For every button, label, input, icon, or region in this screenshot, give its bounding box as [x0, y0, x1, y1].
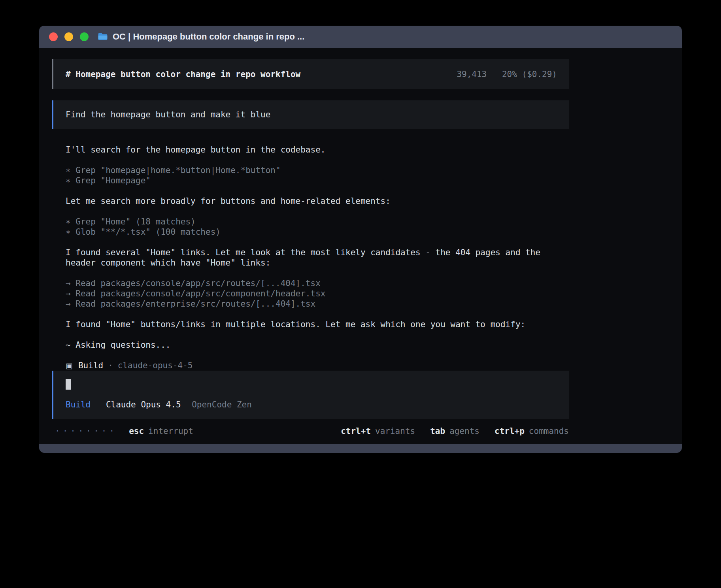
window-controls: [49, 32, 89, 41]
close-button[interactable]: [49, 32, 58, 41]
assistant-text-broaden: Let me search more broadly for buttons a…: [52, 196, 569, 206]
model-name: claude-opus-4-5: [118, 360, 193, 371]
tool-call-glob-1: ∗ Glob "**/*.tsx" (100 matches): [52, 227, 569, 237]
token-count: 39,413: [457, 70, 487, 79]
agent-status-icon: ▣: [66, 360, 73, 371]
zoom-button[interactable]: [80, 32, 89, 41]
shortcut-label-agents: agents: [449, 426, 479, 436]
window-titlebar[interactable]: OC | Homepage button color change in rep…: [39, 26, 682, 48]
user-message-text: Find the homepage button and make it blu…: [66, 110, 270, 119]
minimize-button[interactable]: [64, 32, 73, 41]
status-bar-left: ········ esc interrupt: [52, 426, 193, 436]
input-model-label: Claude Opus 4.5: [106, 400, 181, 409]
agent-status-line: ▣ Build · claude-opus-4-5: [52, 360, 569, 371]
window-title: OC | Homepage button color change in rep…: [113, 32, 304, 42]
terminal-window: OC | Homepage button color change in rep…: [39, 26, 682, 453]
assistant-text-intro: I'll search for the homepage button in t…: [52, 145, 569, 155]
tool-call-read-2: → Read packages/console/app/src/componen…: [52, 288, 569, 299]
esc-action-label: interrupt: [148, 426, 193, 436]
shortcut-label-commands: commands: [529, 426, 569, 436]
input-line[interactable]: [66, 379, 557, 390]
agent-name: Build: [78, 360, 103, 371]
agent-mode-label: Build: [66, 400, 91, 409]
session-header: # Homepage button color change in repo w…: [52, 59, 569, 89]
input-meta-row: Build Claude Opus 4.5 OpenCode Zen: [66, 400, 557, 410]
separator-dot-icon: ·: [108, 360, 113, 371]
terminal-body: # Homepage button color change in repo w…: [39, 48, 682, 444]
spinner-dots-icon: ········: [55, 426, 117, 436]
context-usage: 20% ($0.29): [502, 70, 557, 79]
tool-call-grep-3: ∗ Grep "Home" (18 matches): [52, 217, 569, 227]
user-message: Find the homepage button and make it blu…: [52, 100, 569, 129]
prompt-input[interactable]: Build Claude Opus 4.5 OpenCode Zen: [52, 371, 569, 419]
status-bar: ········ esc interrupt ctrl+tvariants ta…: [52, 426, 569, 436]
status-bar-right: ctrl+tvariants tabagents ctrl+pcommands: [341, 426, 569, 436]
text-cursor: [66, 379, 71, 390]
shortcut-variants: ctrl+tvariants: [341, 426, 415, 436]
bottom-area: Build Claude Opus 4.5 OpenCode Zen ·····…: [52, 371, 569, 436]
assistant-text-found: I found "Home" buttons/links in multiple…: [52, 319, 569, 330]
shortcut-key-commands: ctrl+p: [495, 426, 525, 436]
tool-call-read-3: → Read packages/enterprise/src/routes/[.…: [52, 299, 569, 309]
shortcut-key-agents: tab: [430, 426, 445, 436]
shortcut-agents: tabagents: [430, 426, 479, 436]
session-title: # Homepage button color change in repo w…: [66, 69, 300, 79]
tool-call-grep-1: ∗ Grep "homepage|home.*button|Home.*butt…: [52, 165, 569, 175]
esc-key-hint: esc: [129, 426, 144, 436]
folder-icon[interactable]: [98, 32, 108, 41]
shortcut-commands: ctrl+pcommands: [495, 426, 569, 436]
input-provider-label: OpenCode Zen: [192, 400, 252, 409]
desktop-background: OC | Homepage button color change in rep…: [0, 0, 721, 588]
assistant-text-asking: ~ Asking questions...: [52, 340, 569, 350]
assistant-text-candidates: I found several "Home" links. Let me loo…: [52, 247, 569, 268]
tool-call-grep-2: ∗ Grep "Homepage": [52, 175, 569, 186]
shortcut-key-variants: ctrl+t: [341, 426, 371, 436]
tool-call-read-1: → Read packages/console/app/src/routes/[…: [52, 278, 569, 288]
shortcut-label-variants: variants: [375, 426, 415, 436]
session-meta: 39,413 20% ($0.29): [457, 69, 557, 79]
